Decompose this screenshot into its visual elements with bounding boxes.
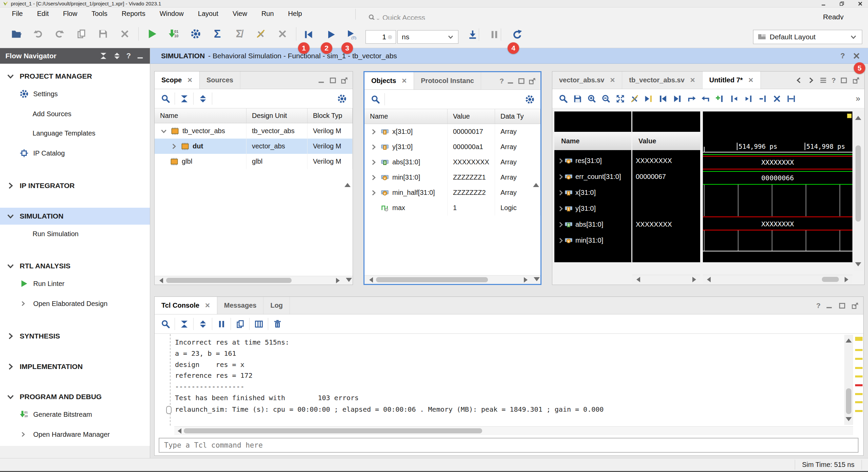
maximize-icon[interactable] — [840, 76, 848, 84]
tab-untitled-7[interactable]: Untitled 7*✕ — [703, 71, 761, 89]
collapse-all-icon[interactable] — [99, 52, 107, 60]
sidebar-item-settings[interactable]: Settings — [0, 86, 150, 102]
maximize-icon[interactable] — [838, 302, 846, 310]
tab-log[interactable]: Log — [263, 297, 290, 314]
word-wrap-icon[interactable] — [252, 317, 265, 331]
pencil-disabled-button[interactable] — [253, 26, 268, 41]
delete-button[interactable] — [117, 26, 132, 41]
wave-signal-row[interactable]: res[31:0]XXXXXXXX — [552, 153, 699, 169]
window-minimize-button[interactable] — [818, 0, 829, 7]
open-project-button[interactable] — [9, 26, 24, 41]
sidebar-item-add-sources[interactable]: Add Sources — [0, 106, 150, 122]
plot-horizontal-scrollbar[interactable] — [703, 275, 852, 284]
wave-signal-row[interactable]: min[31:0] — [552, 232, 699, 248]
clear-console-icon[interactable] — [271, 317, 284, 331]
menu-tools[interactable]: Tools — [84, 7, 115, 20]
copy-icon[interactable] — [233, 317, 247, 331]
close-icon[interactable]: ✕ — [187, 76, 193, 84]
undo-button[interactable] — [31, 26, 45, 41]
tab-vector-abs-sv[interactable]: vector_abs.sv✕ — [552, 71, 622, 89]
nav-forward-icon[interactable] — [807, 76, 815, 84]
sum-disabled-button[interactable]: Σ̸ — [232, 26, 246, 41]
sidebar-section-synthesis[interactable]: SYNTHESIS — [0, 328, 150, 344]
go-to-cursor-icon[interactable] — [642, 92, 655, 105]
search-icon[interactable] — [556, 92, 570, 105]
toolbar-overflow-icon[interactable]: » — [856, 94, 860, 103]
tab-tcl-console[interactable]: Tcl Console✕ — [155, 297, 217, 314]
menu-file[interactable]: File — [5, 7, 30, 20]
sim-run-for-time-button[interactable] — [344, 27, 359, 42]
console-horizontal-scrollbar[interactable] — [174, 426, 853, 435]
tab-sources[interactable]: Sources — [200, 71, 240, 89]
search-icon[interactable] — [369, 93, 382, 106]
previous-transition-icon[interactable] — [685, 92, 698, 105]
table-row[interactable]: max 1Logic — [364, 200, 540, 216]
help-icon[interactable]: ? — [831, 76, 836, 84]
sim-run-all-button[interactable] — [324, 27, 339, 42]
table-row-selected[interactable]: dut vector_abs Verilog M — [155, 139, 353, 154]
tab-protocol-instances[interactable]: Protocol Instanc — [414, 72, 481, 89]
paste-button[interactable] — [96, 26, 111, 41]
go-to-time-end-icon[interactable] — [670, 92, 684, 105]
close-icon[interactable]: ✕ — [690, 76, 695, 84]
menu-help[interactable]: Help — [281, 7, 309, 20]
delete-icon[interactable] — [770, 92, 784, 105]
run-button[interactable] — [145, 26, 160, 41]
next-marker-icon[interactable] — [742, 92, 755, 105]
sidebar-item-language-templates[interactable]: Language Templates — [0, 125, 150, 141]
scroll-up-arrow[interactable] — [533, 180, 539, 187]
name-horizontal-scrollbar[interactable] — [632, 275, 700, 284]
next-transition-icon[interactable] — [699, 92, 712, 105]
sim-relaunch-button[interactable] — [510, 27, 525, 42]
minimize-icon[interactable] — [317, 76, 326, 84]
tab-messages[interactable]: Messages — [217, 297, 264, 314]
clear-input-icon[interactable]: ⊗ — [388, 34, 392, 41]
horizontal-scrollbar[interactable] — [155, 276, 353, 285]
layout-selector[interactable]: Default Layout — [753, 30, 862, 44]
console-output[interactable]: Incorrect res at time 515ns: a = 23, b =… — [155, 334, 844, 426]
sidebar-item-generate-bitstream[interactable]: Generate Bitstream — [0, 407, 150, 422]
search-icon[interactable] — [159, 92, 172, 105]
scroll-up-arrow[interactable] — [344, 180, 351, 187]
close-icon[interactable]: ✕ — [401, 77, 407, 85]
table-row[interactable]: x[31:0] 00000017Array — [364, 124, 540, 139]
cancel-disabled-button[interactable] — [275, 26, 290, 41]
tab-tb-vector-abs-sv[interactable]: tb_vector_abs.sv✕ — [622, 71, 702, 89]
sidebar-section-project-manager[interactable]: PROJECT MANAGER — [0, 68, 150, 84]
table-row[interactable]: min_half[31:0] ZZZZZZZ2Array — [364, 185, 540, 200]
expand-all-icon[interactable] — [196, 317, 210, 331]
sidebar-section-ip-integrator[interactable]: IP INTEGRATOR — [0, 178, 150, 193]
sim-restart-button[interactable] — [301, 27, 316, 42]
wave-signal-row[interactable]: err_count[31:0]00000067 — [552, 169, 699, 185]
tcl-command-input[interactable] — [164, 441, 853, 449]
pause-output-icon[interactable] — [215, 317, 228, 331]
wave-signal-row[interactable]: y[31:0] — [552, 201, 699, 217]
float-icon[interactable] — [852, 76, 860, 84]
vertical-scrollbar[interactable] — [854, 111, 863, 271]
sidebar-section-rtl-analysis[interactable]: RTL ANALYSIS — [0, 258, 150, 274]
menu-view[interactable]: View — [225, 7, 254, 20]
wave-plot-area[interactable]: 514,996 ps 514,998 ps XXXXXXXX 00000066 — [703, 111, 852, 262]
menu-window[interactable]: Window — [153, 7, 191, 20]
sidebar-item-open-elaborated-design[interactable]: Open Elaborated Design — [0, 296, 150, 311]
help-icon[interactable]: ? — [499, 77, 504, 85]
menu-edit[interactable]: Edit — [30, 7, 56, 20]
tab-scope[interactable]: Scope✕ — [155, 71, 200, 89]
search-icon[interactable] — [159, 317, 172, 331]
wave-signal-row[interactable]: x[31:0] — [552, 185, 699, 201]
minimize-icon[interactable] — [507, 77, 515, 85]
settings-gear-button[interactable] — [188, 26, 203, 41]
save-icon[interactable] — [571, 92, 584, 105]
table-row[interactable]: glbl glbl Verilog M — [155, 154, 353, 169]
menu-burger-icon[interactable] — [819, 76, 827, 84]
sim-time-input[interactable] — [366, 33, 386, 41]
horizontal-scrollbar[interactable] — [364, 275, 540, 284]
gear-icon[interactable] — [523, 93, 536, 106]
menu-run[interactable]: Run — [254, 7, 281, 20]
expand-all-icon[interactable] — [113, 52, 121, 60]
maximize-icon[interactable] — [517, 77, 526, 85]
table-row[interactable]: abs[31:0] XXXXXXXXArray — [364, 155, 540, 170]
zoom-fit-icon[interactable] — [613, 92, 627, 105]
sidebar-item-run-simulation[interactable]: Run Simulation — [0, 226, 150, 242]
maximize-icon[interactable] — [329, 76, 337, 84]
